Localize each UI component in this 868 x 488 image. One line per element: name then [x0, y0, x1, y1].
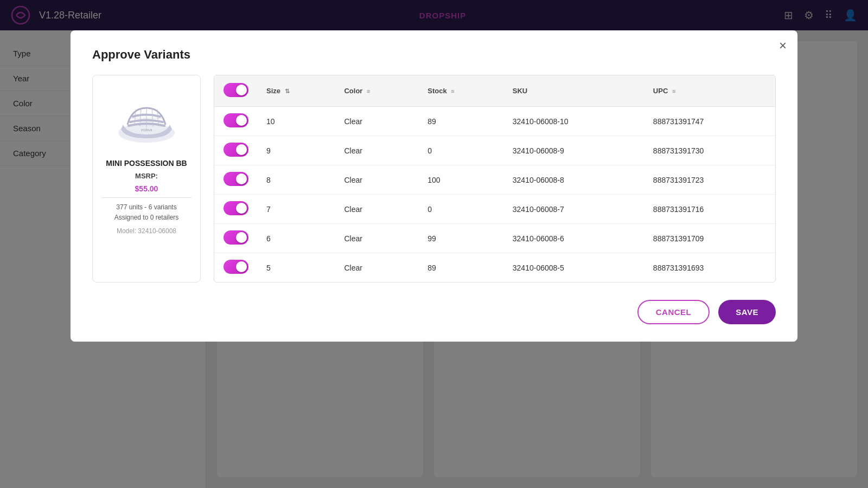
header-toggle[interactable] [214, 75, 258, 107]
modal-overlay: × Approve Variants [0, 0, 868, 488]
product-units-info: 377 units - 6 variants [114, 202, 179, 213]
header-toggle-switch[interactable] [224, 83, 248, 97]
header-upc: UPC ≡ [644, 75, 775, 107]
row-2-size: 8 [258, 165, 335, 195]
header-size: Size ⇅ [258, 75, 335, 107]
row-4-sku: 32410-06008-6 [504, 224, 644, 253]
row-0-toggle[interactable] [224, 113, 248, 127]
row-5-toggle[interactable] [224, 260, 248, 274]
product-card: milisa MINI POSSESSION BB MSRP: $55.00 3… [92, 75, 201, 282]
toggle-thumb [236, 232, 247, 243]
toggle-thumb [236, 261, 247, 272]
row-2-stock: 100 [419, 165, 504, 195]
row-5-sku: 32410-06008-5 [504, 253, 644, 282]
product-divider [101, 197, 192, 198]
table-row: 10 Clear 89 32410-06008-10 888731391747 [214, 107, 775, 136]
modal-footer: CANCEL SAVE [92, 300, 776, 324]
modal-body: milisa MINI POSSESSION BB MSRP: $55.00 3… [92, 75, 776, 282]
row-5-upc: 888731391693 [644, 253, 775, 282]
variants-table: Size ⇅ Color ≡ Stock ≡ [214, 75, 775, 282]
modal-dialog: × Approve Variants [71, 30, 797, 342]
product-meta: 377 units - 6 variants Assigned to 0 ret… [114, 202, 179, 223]
toggle-thumb [236, 85, 247, 95]
toggle-track [224, 113, 248, 127]
table-row: 6 Clear 99 32410-06008-6 888731391709 [214, 224, 775, 253]
product-name: MINI POSSESSION BB [106, 159, 187, 168]
row-1-upc: 888731391730 [644, 136, 775, 165]
row-0-stock: 89 [419, 107, 504, 136]
row-5-color: Clear [335, 253, 419, 282]
table-row: 5 Clear 89 32410-06008-5 888731391693 [214, 253, 775, 282]
row-4-toggle[interactable] [224, 230, 248, 245]
product-msrp-value: $55.00 [135, 184, 158, 193]
row-3-stock: 0 [419, 195, 504, 224]
row-5-size: 5 [258, 253, 335, 282]
toggle-track [224, 83, 248, 97]
row-3-sku: 32410-06008-7 [504, 195, 644, 224]
header-sku-label: SKU [513, 87, 527, 95]
toggle-track [224, 143, 248, 157]
shoe-svg: milisa [111, 87, 182, 152]
row-1-color: Clear [335, 136, 419, 165]
toggle-track [224, 230, 248, 245]
header-stock-label: Stock [427, 87, 446, 95]
row-0-color: Clear [335, 107, 419, 136]
toggle-track [224, 201, 248, 215]
row-1-toggle-cell [214, 136, 258, 165]
row-4-stock: 99 [419, 224, 504, 253]
toggle-thumb [236, 174, 247, 184]
row-2-toggle[interactable] [224, 172, 248, 186]
toggle-thumb [236, 144, 247, 155]
row-4-toggle-cell [214, 224, 258, 253]
row-2-upc: 888731391723 [644, 165, 775, 195]
row-3-size: 7 [258, 195, 335, 224]
filter-icon-stock[interactable]: ≡ [451, 88, 454, 94]
row-0-upc: 888731391747 [644, 107, 775, 136]
cancel-button[interactable]: CANCEL [637, 300, 710, 324]
table-row: 9 Clear 0 32410-06008-9 888731391730 [214, 136, 775, 165]
product-model: Model: 32410-06008 [117, 227, 176, 235]
filter-icon-upc[interactable]: ≡ [672, 88, 675, 94]
row-3-color: Clear [335, 195, 419, 224]
header-size-label: Size [266, 87, 280, 95]
modal-title: Approve Variants [92, 48, 776, 62]
product-msrp-label: MSRP: [135, 172, 158, 180]
header-upc-label: UPC [653, 87, 668, 95]
row-0-sku: 32410-06008-10 [504, 107, 644, 136]
row-4-upc: 888731391709 [644, 224, 775, 253]
row-1-stock: 0 [419, 136, 504, 165]
toggle-track [224, 260, 248, 274]
row-1-toggle[interactable] [224, 143, 248, 157]
row-1-sku: 32410-06008-9 [504, 136, 644, 165]
product-retailers-info: Assigned to 0 retailers [114, 213, 179, 223]
modal-close-button[interactable]: × [779, 39, 787, 52]
row-3-upc: 888731391716 [644, 195, 775, 224]
row-5-stock: 89 [419, 253, 504, 282]
row-4-color: Clear [335, 224, 419, 253]
header-color: Color ≡ [335, 75, 419, 107]
header-color-label: Color [344, 87, 362, 95]
sort-icon-size[interactable]: ⇅ [285, 88, 290, 95]
row-2-sku: 32410-06008-8 [504, 165, 644, 195]
row-1-size: 9 [258, 136, 335, 165]
row-5-toggle-cell [214, 253, 258, 282]
toggle-thumb [236, 115, 247, 126]
row-2-color: Clear [335, 165, 419, 195]
row-4-size: 6 [258, 224, 335, 253]
row-3-toggle-cell [214, 195, 258, 224]
save-button[interactable]: SAVE [718, 300, 776, 324]
table-row: 8 Clear 100 32410-06008-8 888731391723 [214, 165, 775, 195]
row-2-toggle-cell [214, 165, 258, 195]
row-0-toggle-cell [214, 107, 258, 136]
row-0-size: 10 [258, 107, 335, 136]
product-image: milisa [108, 84, 184, 155]
toggle-track [224, 172, 248, 186]
header-stock: Stock ≡ [419, 75, 504, 107]
variants-table-wrap: Size ⇅ Color ≡ Stock ≡ [214, 75, 776, 282]
row-3-toggle[interactable] [224, 201, 248, 215]
toggle-thumb [236, 203, 247, 214]
table-row: 7 Clear 0 32410-06008-7 888731391716 [214, 195, 775, 224]
table-header: Size ⇅ Color ≡ Stock ≡ [214, 75, 775, 107]
header-sku: SKU [504, 75, 644, 107]
filter-icon-color[interactable]: ≡ [367, 88, 370, 94]
